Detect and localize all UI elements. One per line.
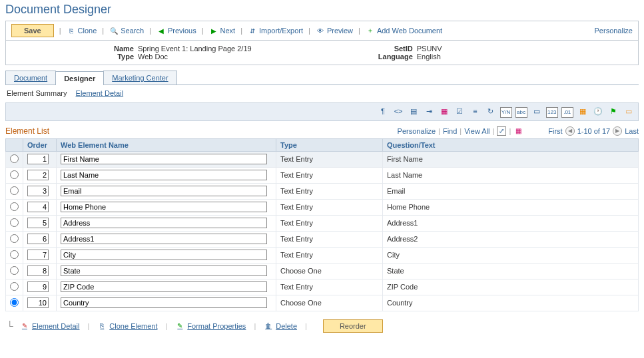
order-input[interactable] [27,154,49,164]
num-icon[interactable]: 123 [546,107,558,118]
order-input[interactable] [27,170,49,180]
row-select-radio[interactable] [10,282,19,291]
decimal-icon[interactable]: .01 [561,107,573,118]
dropdown-icon[interactable]: ▭ [531,106,543,117]
separator: | [202,27,204,35]
yn-icon[interactable]: Y/N [500,107,512,118]
subnav: Element Summary Element Detail [0,85,644,101]
next-link[interactable]: ▶Next [209,26,236,35]
format-icon: ✎ [175,321,184,331]
row-select-radio[interactable] [10,154,19,163]
row-select-radio[interactable] [10,170,19,179]
element-name-input[interactable] [61,281,267,292]
row-select-radio[interactable] [10,266,19,275]
folder-icon[interactable]: ▭ [623,106,635,117]
tab-marketing-center[interactable]: Marketing Center [103,71,176,85]
grid-personalize-link[interactable]: Personalize [398,127,436,135]
order-input[interactable] [27,297,49,308]
row-select-radio[interactable] [10,186,19,195]
list-icon[interactable]: ≡ [469,106,481,116]
order-input[interactable] [27,250,49,260]
info-box: NameSpring Event 1: Landing Page 2/19 Ty… [5,41,639,65]
separator: | [240,27,242,35]
clock-icon[interactable]: 🕐 [592,106,604,117]
prev-page-button[interactable]: ◀ [565,126,575,136]
image-icon[interactable]: ▦ [438,106,450,117]
table-row: Choose OneCountry [6,295,639,311]
order-input[interactable] [27,218,49,228]
element-name-input[interactable] [61,186,267,196]
next-page-button[interactable]: ▶ [613,126,622,136]
type-cell: Text Entry [276,247,383,263]
clone-element-action[interactable]: ⎘Clone Element [97,321,157,331]
element-name-input[interactable] [61,250,267,260]
refresh-icon[interactable]: ↻ [484,106,496,117]
element-name-input[interactable] [61,297,267,308]
calendar-icon[interactable]: ▦ [577,106,589,117]
save-button[interactable]: Save [11,24,54,37]
element-name-input[interactable] [61,170,267,180]
element-detail-action[interactable]: ✎Element Detail [20,321,80,331]
question-cell: Home Phone [383,199,639,215]
element-name-input[interactable] [61,234,267,244]
clone-link[interactable]: ⎘Clone [67,26,97,35]
row-select-radio[interactable] [10,218,19,227]
question-cell: Address1 [383,215,639,231]
grid-view-all-link[interactable]: View All [464,127,489,135]
element-detail-link[interactable]: Element Detail [76,89,124,97]
grid-find-link[interactable]: Find [443,127,457,135]
clone-element-label: Clone Element [109,322,157,330]
code-icon[interactable]: <> [392,106,404,116]
main-toolbar: Save | ⎘Clone | 🔍Search | ◀Previous | ▶N… [5,21,639,41]
flag-icon[interactable]: ⚑ [607,106,619,117]
last-link[interactable]: Last [625,127,639,135]
add-web-doc-label: Add Web Document [377,27,442,35]
abc-icon[interactable]: abc [515,107,527,118]
clone-icon: ⎘ [97,321,107,331]
clone-icon: ⎘ [67,26,76,35]
col-order[interactable]: Order [23,138,57,151]
search-link[interactable]: 🔍Search [109,26,144,35]
col-name[interactable]: Web Element Name [57,138,276,151]
tab-document[interactable]: Document [5,71,56,85]
first-link[interactable]: First [548,127,562,135]
element-name-input[interactable] [61,154,267,164]
order-input[interactable] [27,202,49,212]
format-properties-label: Format Properties [187,322,246,330]
pilcrow-icon[interactable]: ¶ [377,106,389,116]
element-name-input[interactable] [61,266,267,276]
order-input[interactable] [27,186,49,196]
element-name-input[interactable] [61,218,267,228]
reorder-button[interactable]: Reorder [323,319,383,333]
grid-icon[interactable]: ▦ [513,126,523,136]
indent-icon[interactable]: ⇥ [423,106,435,117]
page-title: Document Designer [0,0,644,19]
import-export-link[interactable]: ⇵Import/Export [248,26,303,35]
add-icon: ＋ [366,26,375,35]
tab-designer[interactable]: Designer [55,71,104,85]
delete-action[interactable]: 🗑Delete [264,321,297,331]
add-web-doc-link[interactable]: ＋Add Web Document [366,26,442,35]
personalize-link[interactable]: Personalize [595,27,633,35]
preview-link[interactable]: 👁Preview [316,26,353,35]
row-select-radio[interactable] [10,250,19,259]
checkbox-icon[interactable]: ☑ [454,106,466,117]
format-properties-action[interactable]: ✎Format Properties [175,321,246,331]
previous-link[interactable]: ◀Previous [157,26,196,35]
order-input[interactable] [27,234,49,244]
question-cell: Country [383,295,639,311]
row-select-radio[interactable] [10,202,19,211]
table-row: Text EntryLast Name [6,167,639,183]
layout-icon[interactable]: ▤ [408,106,420,117]
element-name-input[interactable] [61,202,267,212]
separator: | [308,27,310,35]
col-question[interactable]: Question/Text [383,138,639,151]
table-row: Text EntryEmail [6,183,639,199]
element-list: Element List Personalize | Find | View A… [5,124,639,311]
order-input[interactable] [27,266,49,276]
row-select-radio[interactable] [10,298,19,307]
row-select-radio[interactable] [10,234,19,243]
col-type[interactable]: Type [276,138,383,151]
order-input[interactable] [27,281,49,292]
zoom-icon[interactable]: ⤢ [497,126,506,136]
